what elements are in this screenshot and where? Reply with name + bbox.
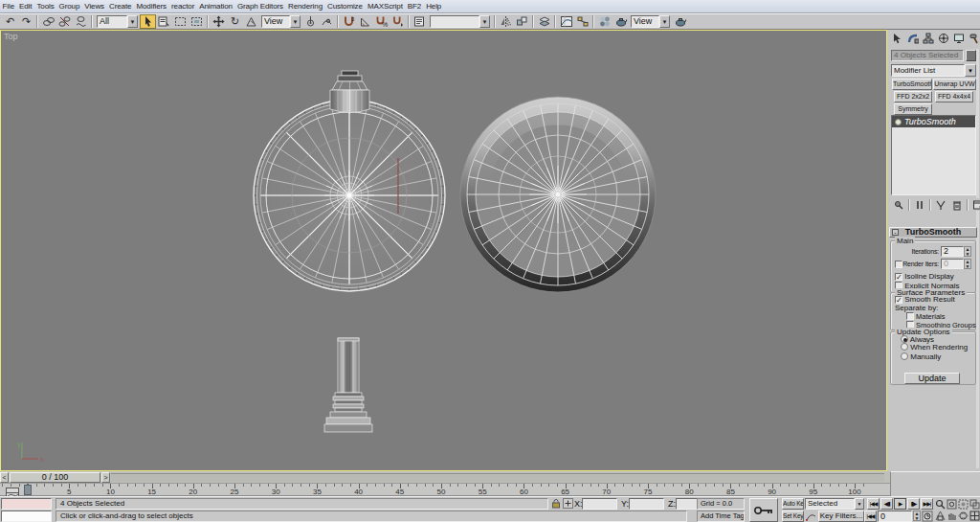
pan-icon[interactable] — [946, 510, 957, 521]
layer-manager-icon[interactable] — [536, 14, 552, 29]
modifier-enabled-bulb-icon[interactable] — [895, 119, 902, 125]
make-unique-icon[interactable] — [933, 198, 948, 211]
time-slider-track[interactable] — [111, 473, 884, 482]
smooth-result-checkbox[interactable]: ✓ — [895, 296, 902, 304]
modifier-button-unwrap-uvw[interactable]: Unwrap UVW — [933, 79, 976, 90]
time-config-icon[interactable] — [922, 511, 933, 522]
menu-reactor[interactable]: reactor — [169, 0, 197, 12]
next-frame-button[interactable]: ▮▶ — [907, 498, 920, 510]
redo-icon[interactable]: ↷ — [18, 14, 34, 29]
menu-group[interactable]: Group — [56, 0, 82, 12]
menu-rendering[interactable]: Rendering — [285, 0, 324, 12]
y-input[interactable] — [629, 498, 664, 510]
curve-editor-icon[interactable] — [558, 14, 574, 29]
selection-lock-icon[interactable] — [551, 498, 561, 510]
modifier-button-ffd4x4x4[interactable]: FFD 4x4x4 — [935, 91, 973, 102]
remove-modifier-icon[interactable] — [949, 198, 965, 211]
maximize-viewport-toggle-icon[interactable] — [969, 510, 980, 521]
materials-checkbox[interactable] — [906, 312, 914, 320]
use-pivot-center-icon[interactable] — [302, 14, 319, 29]
bind-spacewarp-icon[interactable] — [73, 14, 89, 29]
previous-frame-button[interactable]: ◀▮ — [880, 498, 893, 510]
render-iters-input[interactable]: 0 — [941, 259, 964, 269]
set-key-button[interactable]: Set Key — [782, 511, 804, 522]
named-selection-dropdown[interactable]: ▼ — [430, 15, 490, 28]
menu-edit[interactable]: Edit — [17, 0, 34, 12]
menu-tools[interactable]: Tools — [34, 0, 56, 12]
link-icon[interactable] — [40, 14, 56, 29]
key-mode-dropdown[interactable]: Selected▼ — [805, 498, 864, 510]
select-rotate-icon[interactable]: ↻ — [227, 14, 243, 29]
quick-render-icon[interactable] — [672, 14, 688, 29]
object-name-field[interactable]: 4 Objects Selected — [891, 50, 964, 61]
selection-filter-dropdown[interactable]: All▼ — [97, 15, 138, 28]
utilities-tab-icon[interactable] — [968, 32, 980, 45]
menu-animation[interactable]: Animation — [197, 0, 235, 12]
configure-modifier-sets-icon[interactable] — [970, 198, 980, 211]
field-of-view-icon[interactable] — [934, 510, 946, 521]
modifier-button-ffd2x2x2[interactable]: FFD 2x2x2 — [894, 91, 932, 102]
menu-modifiers[interactable]: Modifiers — [134, 0, 169, 12]
menu-file[interactable]: File — [0, 0, 17, 12]
render-iters-spinner[interactable]: ▲▼ — [964, 259, 971, 269]
crown-object-bottom[interactable] — [324, 338, 372, 432]
modify-tab-icon[interactable] — [906, 32, 920, 45]
render-scene-icon[interactable] — [612, 14, 629, 29]
update-button[interactable]: Update — [904, 373, 960, 384]
frame-spinner[interactable]: ▲▼ — [913, 511, 921, 521]
render-iters-checkbox[interactable] — [895, 261, 902, 268]
display-tab-icon[interactable] — [952, 32, 966, 45]
modifier-stack[interactable]: TurboSmooth — [891, 115, 976, 195]
arc-rotate-icon[interactable] — [957, 510, 969, 521]
menu-customize[interactable]: Customize — [324, 0, 365, 12]
menu-views[interactable]: Views — [82, 0, 107, 12]
modifier-button-turbosmooth[interactable]: TurboSmooth — [892, 79, 932, 90]
hierarchy-tab-icon[interactable] — [922, 32, 935, 45]
default-in-out-tangent-icon[interactable] — [805, 511, 816, 522]
add-time-tag[interactable]: Add Time Tag — [697, 511, 745, 522]
play-button[interactable]: ▶ — [894, 498, 906, 510]
select-move-icon[interactable] — [211, 14, 227, 29]
watch-wireframe-left[interactable] — [254, 71, 445, 291]
select-by-name-icon[interactable] — [156, 14, 172, 29]
angle-snap-icon[interactable] — [357, 14, 373, 29]
track-bar[interactable]: 0510152025303540455055606570758085909510… — [0, 484, 890, 496]
modifier-list-dropdown[interactable]: Modifier List▼ — [891, 64, 976, 77]
spinner-snap-icon[interactable] — [390, 14, 406, 29]
select-manipulate-icon[interactable] — [319, 14, 335, 29]
pin-stack-icon[interactable] — [891, 198, 906, 211]
viewport-top[interactable]: Top — [0, 30, 887, 471]
current-frame-input[interactable]: 0 — [878, 511, 912, 522]
panel-scrollbar[interactable] — [976, 49, 979, 468]
stack-item-turbosmooth[interactable]: TurboSmooth — [892, 116, 975, 127]
zoom-all-icon[interactable] — [946, 498, 957, 510]
undo-icon[interactable]: ↶ — [2, 14, 18, 29]
iterations-spinner[interactable]: ▲▼ — [964, 246, 971, 257]
reference-coord-dropdown[interactable]: View▼ — [261, 15, 301, 28]
go-to-end-button[interactable]: ▶▶| — [921, 498, 933, 510]
select-scale-icon[interactable] — [243, 14, 259, 29]
material-editor-icon[interactable] — [596, 14, 612, 29]
viewport-label[interactable]: Top — [4, 32, 18, 41]
maxscript-listener-white[interactable] — [1, 511, 52, 522]
show-end-result-icon[interactable] — [912, 198, 927, 211]
iterations-input[interactable]: 2 — [941, 246, 964, 257]
percent-snap-icon[interactable]: % — [373, 14, 390, 29]
watch-shaded-right[interactable] — [460, 97, 656, 292]
zoom-icon[interactable] — [934, 498, 946, 510]
time-slider-next[interactable]: > — [101, 472, 110, 483]
absolute-mode-icon[interactable] — [563, 498, 573, 510]
menu-bf2[interactable]: BF2 — [405, 0, 423, 12]
unlink-icon[interactable] — [56, 14, 73, 29]
always-radio[interactable] — [901, 335, 908, 343]
select-object-icon[interactable] — [140, 14, 156, 29]
menu-help[interactable]: Help — [424, 0, 444, 12]
edit-named-selections-icon[interactable] — [412, 14, 428, 29]
render-type-dropdown[interactable]: View▼ — [631, 15, 670, 28]
menu-maxscript[interactable]: MAXScript — [365, 0, 405, 12]
isoline-display-checkbox[interactable]: ✓ — [895, 273, 902, 281]
mirror-icon[interactable] — [498, 14, 514, 29]
current-frame-marker[interactable] — [24, 485, 32, 495]
zoom-extents-icon[interactable] — [957, 498, 969, 510]
set-keys-button[interactable] — [749, 498, 778, 522]
